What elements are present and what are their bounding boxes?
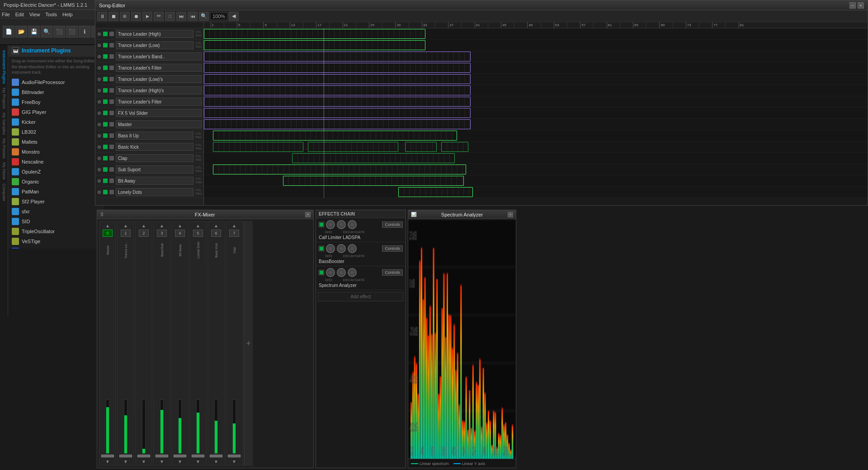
- track-solo-11[interactable]: [109, 156, 114, 160]
- fx-ch-arrow-up-0[interactable]: ▲: [104, 222, 111, 229]
- fx-ch-arrow-down-6[interactable]: ▼: [213, 458, 219, 465]
- fx-ch-arrow-up-4[interactable]: ▲: [177, 222, 183, 229]
- fx-ch-arrow-down-3[interactable]: ▼: [159, 458, 165, 465]
- fx-ch-num-4[interactable]: 4: [175, 230, 185, 237]
- se-close-btn[interactable]: ×: [858, 2, 864, 9]
- track-mute-8[interactable]: [103, 122, 108, 127]
- tab-computer[interactable]: Computer: [1, 182, 7, 203]
- track-name-btn-12[interactable]: Sub Suport: [116, 165, 193, 174]
- fx-fader-knob-1[interactable]: [119, 455, 132, 457]
- fx-ch-arrow-down-0[interactable]: ▼: [104, 458, 111, 465]
- tab-my-projects[interactable]: My Projects: [1, 86, 7, 110]
- track-mute-12[interactable]: [103, 167, 108, 172]
- track-mute-6[interactable]: [103, 99, 108, 104]
- track-solo-3[interactable]: [109, 66, 114, 70]
- fx-controls-btn-2[interactable]: Controls: [382, 269, 403, 276]
- track-mute-1[interactable]: [103, 43, 108, 47]
- track-mute-10[interactable]: [103, 145, 108, 149]
- track-gear-1[interactable]: ⚙: [97, 43, 101, 48]
- se-zoom-icon[interactable]: 🔍: [199, 12, 209, 21]
- fx-fader-knob-6[interactable]: [210, 455, 222, 457]
- track-mute-9[interactable]: [103, 133, 108, 138]
- pattern-block[interactable]: [204, 40, 425, 50]
- pattern-block[interactable]: [441, 142, 468, 152]
- fx-channel-4[interactable]: ▲ 4 Bit Away ▼: [171, 221, 189, 466]
- track-solo-2[interactable]: [109, 54, 114, 59]
- instrument-item-sf2-player[interactable]: Sf2 Player: [8, 197, 103, 207]
- track-name-btn-4[interactable]: Trance Leader (Low)'s: [116, 75, 202, 83]
- track-name-btn-14[interactable]: Lonely Dots: [116, 188, 193, 196]
- track-name-btn-8[interactable]: Master: [116, 120, 202, 128]
- pattern-block[interactable]: [204, 52, 471, 61]
- open-button[interactable]: 📂: [15, 26, 27, 38]
- fx-controls-btn-0[interactable]: Controls: [382, 221, 403, 228]
- new-button[interactable]: 📄: [3, 26, 14, 38]
- track-row-6[interactable]: [204, 96, 868, 108]
- track-name-btn-7[interactable]: FX 5 Vol Slider: [116, 109, 202, 117]
- track-gear-0[interactable]: ⚙: [97, 32, 101, 37]
- track-gear-3[interactable]: ⚙: [97, 66, 101, 70]
- track-name-btn-11[interactable]: Clap: [116, 154, 193, 162]
- track-solo-13[interactable]: [109, 179, 114, 183]
- track-mute-2[interactable]: [103, 54, 108, 59]
- track-row-5[interactable]: [204, 85, 868, 96]
- fx-ch-num-5[interactable]: 5: [193, 230, 203, 237]
- se-select-btn[interactable]: □: [165, 12, 175, 21]
- fx-ch-num-6[interactable]: 6: [211, 230, 221, 237]
- fx-effect-toggle-2[interactable]: [319, 270, 324, 275]
- fx-knob-wd-0[interactable]: [326, 220, 335, 229]
- track-solo-0[interactable]: [109, 32, 114, 36]
- instrument-item-gig-player[interactable]: GIG Player: [8, 107, 103, 117]
- track-mute-5[interactable]: [103, 88, 108, 93]
- track-gear-4[interactable]: ⚙: [97, 77, 101, 82]
- fx-mixer-close-btn[interactable]: ×: [305, 212, 311, 217]
- fx-ch-arrow-down-4[interactable]: ▼: [177, 458, 183, 465]
- track-gear-13[interactable]: ⚙: [97, 179, 101, 183]
- track-mute-13[interactable]: [103, 179, 108, 183]
- fx-ch-arrow-down-2[interactable]: ▼: [141, 458, 147, 465]
- track-name-btn-5[interactable]: Trance Leader (High)'s: [116, 86, 202, 94]
- record-button[interactable]: ⬛: [66, 26, 78, 38]
- instrument-item-organic[interactable]: Organic: [8, 177, 103, 187]
- fx-channel-5[interactable]: ▲ 5 Lonely Dots ▼: [189, 221, 207, 466]
- tab-my-samples[interactable]: My Samples: [1, 111, 7, 136]
- spectrum-close-btn[interactable]: ×: [508, 212, 513, 217]
- track-row-9[interactable]: [204, 130, 868, 141]
- track-mute-3[interactable]: [103, 66, 108, 70]
- track-name-btn-6[interactable]: Trance Leader's Filter: [116, 98, 202, 106]
- save-button[interactable]: 💾: [28, 26, 40, 38]
- track-solo-4[interactable]: [109, 77, 114, 81]
- pattern-block[interactable]: [213, 142, 303, 152]
- instrument-item-kicker[interactable]: Kicker: [8, 117, 103, 127]
- pattern-block[interactable]: [204, 74, 471, 84]
- track-row-7[interactable]: [204, 108, 868, 119]
- fx-knob-decay-0[interactable]: [337, 220, 346, 229]
- se-pattern-btn[interactable]: ⊞: [120, 12, 130, 21]
- track-solo-8[interactable]: [109, 122, 114, 127]
- track-row-0[interactable]: [204, 28, 868, 40]
- se-play-next-btn[interactable]: ⏭: [176, 12, 186, 21]
- se-minimize-btn[interactable]: –: [849, 2, 856, 9]
- fx-ch-arrow-up-6[interactable]: ▲: [213, 222, 219, 229]
- track-gear-14[interactable]: ⚙: [97, 190, 101, 195]
- se-zoom-level[interactable]: 100%: [210, 13, 227, 20]
- track-gear-11[interactable]: ⚙: [97, 156, 101, 161]
- fx-knob-gate-0[interactable]: [348, 220, 357, 229]
- track-solo-6[interactable]: [109, 99, 114, 104]
- fx-add-channel-btn[interactable]: +: [244, 221, 253, 466]
- fx-ch-num-3[interactable]: 3: [157, 230, 167, 237]
- fx-fader-knob-5[interactable]: [192, 455, 204, 457]
- track-mute-7[interactable]: [103, 111, 108, 115]
- pattern-block[interactable]: [405, 142, 437, 152]
- track-name-btn-1[interactable]: Trance Leader (Low): [116, 41, 193, 49]
- track-gear-8[interactable]: ⚙: [97, 122, 101, 127]
- instrument-item-sfxr[interactable]: sfxr: [8, 207, 103, 216]
- se-pause-btn[interactable]: ⏸: [97, 12, 107, 21]
- tab-my-presets[interactable]: My Presets: [1, 137, 7, 160]
- fx-channel-2[interactable]: ▲ 2 ▼: [135, 221, 152, 466]
- instrument-item-audiofileprocessor[interactable]: AudioFileProcessor: [8, 77, 103, 87]
- track-solo-7[interactable]: [109, 111, 114, 115]
- instrument-item-monstro[interactable]: Monstro: [8, 147, 103, 157]
- fx-ch-arrow-up-2[interactable]: ▲: [141, 222, 147, 229]
- track-gear-2[interactable]: ⚙: [97, 54, 101, 59]
